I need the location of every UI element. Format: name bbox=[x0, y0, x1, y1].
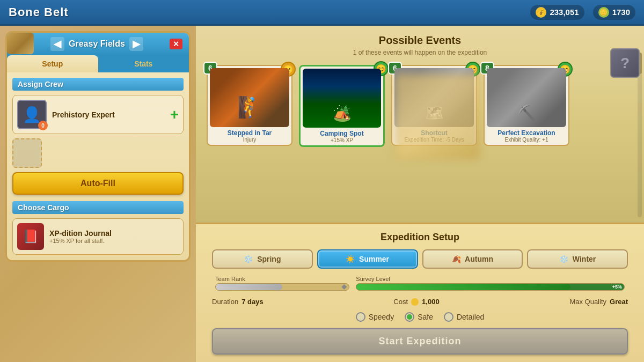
season-summer[interactable]: ☀️ Summer bbox=[317, 249, 418, 269]
currency-display: 💰 233,051 🪙 1730 bbox=[530, 5, 635, 20]
gold-currency: 💰 233,051 bbox=[530, 5, 584, 20]
event-name-2: Camping Spot bbox=[303, 130, 381, 137]
winter-icon: ❄️ bbox=[559, 255, 568, 263]
stat-team-rank-label: Team Rank bbox=[215, 276, 349, 282]
nav-next-arrow[interactable]: ▶ bbox=[129, 37, 143, 51]
metrics-row: Duration 7 days Cost 1,000 Max Quality G… bbox=[212, 295, 628, 308]
location-thumb-image bbox=[7, 33, 34, 54]
speed-detailed[interactable]: Detailed bbox=[444, 312, 484, 322]
metric-cost: Cost 1,000 bbox=[393, 298, 439, 306]
start-expedition-button[interactable]: Start Expedition bbox=[212, 328, 628, 354]
radio-safe bbox=[405, 312, 414, 322]
stat-survey-track: +5% bbox=[356, 283, 625, 291]
choose-cargo-header: Choose Cargo bbox=[12, 201, 184, 214]
token-value: 1730 bbox=[612, 8, 630, 17]
location-close-button[interactable]: ✕ bbox=[170, 39, 182, 49]
cargo-name: XP-dition Journal bbox=[49, 229, 112, 238]
season-autumn[interactable]: 🍂 Autumn bbox=[422, 249, 523, 269]
duration-value: 7 days bbox=[241, 298, 263, 306]
speed-speedy-label: Speedy bbox=[369, 313, 394, 321]
events-title: Possible Events bbox=[207, 34, 633, 47]
location-nav: ◀ Greasy Fields ▶ bbox=[13, 37, 170, 51]
setup-title: Expedition Setup bbox=[212, 232, 628, 243]
season-winter[interactable]: ❄️ Winter bbox=[527, 249, 628, 269]
location-thumbnail bbox=[7, 33, 34, 54]
nav-prev-arrow[interactable]: ◀ bbox=[50, 37, 64, 51]
gold-value: 233,051 bbox=[550, 8, 579, 17]
event-desc-4: Exhibit Quality: +1 bbox=[487, 137, 566, 143]
radio-detailed bbox=[444, 312, 453, 322]
top-bar: Bone Belt 💰 233,051 🪙 1730 bbox=[0, 0, 644, 26]
stat-survey-fill bbox=[356, 284, 570, 290]
quality-value: Great bbox=[610, 298, 628, 306]
crew-name: Prehistory Expert bbox=[52, 110, 115, 119]
autumn-icon: 🍂 bbox=[452, 255, 461, 263]
event-image-camping: 🏕️ bbox=[303, 69, 381, 128]
stat-team-rank-fill bbox=[216, 284, 282, 290]
stat-team-rank-track bbox=[215, 283, 349, 291]
speed-options-row: Speedy Safe Detailed bbox=[212, 312, 628, 322]
metric-quality: Max Quality Great bbox=[569, 298, 628, 306]
location-header: ◀ Greasy Fields ▶ ✕ bbox=[7, 33, 189, 55]
stats-bars-row: Team Rank Survey Level +5% bbox=[212, 274, 628, 292]
tab-setup[interactable]: Setup bbox=[7, 55, 98, 72]
question-mark-icon: ? bbox=[620, 55, 630, 72]
duration-label: Duration bbox=[212, 298, 238, 306]
assign-crew-header: Assign Crew bbox=[12, 78, 184, 91]
stat-survey-label: Survey Level bbox=[356, 276, 625, 282]
stat-survey-pct: +5% bbox=[612, 284, 622, 290]
summer-icon: ☀️ bbox=[346, 255, 355, 263]
cost-label: Cost bbox=[393, 298, 408, 306]
setup-section: Expedition Setup ❄️ Spring ☀️ Summer 🍂 A… bbox=[196, 223, 644, 362]
stat-team-rank-diamond bbox=[341, 284, 347, 290]
metric-duration: Duration 7 days bbox=[212, 298, 264, 306]
speed-safe[interactable]: Safe bbox=[405, 312, 433, 322]
gold-icon: 💰 bbox=[536, 7, 546, 18]
left-panel: ◀ Greasy Fields ▶ ✕ Setup Stats Assign C… bbox=[0, 26, 196, 362]
speed-safe-label: Safe bbox=[418, 313, 433, 321]
blurred-card bbox=[394, 74, 480, 160]
location-name: Greasy Fields bbox=[69, 39, 125, 49]
crew-empty-slot-1[interactable] bbox=[12, 138, 42, 168]
spring-icon: ❄️ bbox=[244, 255, 253, 263]
panel-card: ◀ Greasy Fields ▶ ✕ Setup Stats Assign C… bbox=[5, 31, 191, 262]
quality-label: Max Quality bbox=[569, 298, 606, 306]
token-icon: 🪙 bbox=[598, 7, 609, 18]
event-name-1: Stepped in Tar bbox=[210, 129, 289, 137]
page-title: Bone Belt bbox=[9, 5, 69, 19]
event-name-4: Perfect Excavation bbox=[487, 129, 566, 137]
avatar-icon: 👤 bbox=[23, 106, 41, 123]
cargo-item: 📕 XP-dition Journal +15% XP for all staf… bbox=[12, 218, 184, 255]
tab-stats[interactable]: Stats bbox=[98, 55, 189, 72]
event-image-tar: 🧗 bbox=[210, 68, 289, 127]
cost-value: 1,000 bbox=[422, 298, 440, 306]
crew-level-badge: 0 bbox=[38, 121, 48, 130]
event-card-excavation[interactable]: 8 😊 ⛏️ Perfect Excavation Exhibit Qualit… bbox=[484, 65, 569, 146]
tabs-row: Setup Stats bbox=[7, 55, 189, 72]
crew-avatar: 👤 0 bbox=[17, 100, 47, 129]
panel-content: Assign Crew 👤 0 Prehistory Expert + Auto… bbox=[7, 72, 189, 260]
speed-detailed-label: Detailed bbox=[457, 313, 484, 321]
season-row: ❄️ Spring ☀️ Summer 🍂 Autumn ❄️ Winter bbox=[212, 249, 628, 269]
cost-icon bbox=[411, 298, 419, 306]
cargo-info: XP-dition Journal +15% XP for all staff. bbox=[49, 229, 112, 244]
radio-speedy bbox=[356, 312, 365, 322]
event-image-excavation: ⛏️ bbox=[487, 68, 566, 127]
crew-add-button[interactable]: + bbox=[170, 106, 179, 123]
speed-speedy[interactable]: Speedy bbox=[356, 312, 394, 322]
autofill-button[interactable]: Auto-Fill bbox=[12, 172, 184, 195]
token-currency: 🪙 1730 bbox=[593, 5, 635, 20]
events-subtitle: 1 of these events will happen on the exp… bbox=[207, 49, 633, 56]
crew-slot: 👤 0 Prehistory Expert + bbox=[12, 95, 184, 134]
event-card-camping[interactable]: 😊 🏕️ Camping Spot +15% XP bbox=[299, 65, 385, 147]
events-section: Possible Events 1 of these events will h… bbox=[196, 26, 644, 223]
main-area: Possible Events 1 of these events will h… bbox=[196, 26, 644, 362]
season-spring[interactable]: ❄️ Spring bbox=[212, 249, 313, 269]
cargo-desc: +15% XP for all staff. bbox=[49, 238, 112, 244]
stat-survey-level: Survey Level +5% bbox=[353, 274, 628, 292]
radio-safe-fill bbox=[407, 314, 412, 320]
cargo-icon: 📕 bbox=[17, 223, 44, 250]
stat-team-rank: Team Rank bbox=[212, 274, 353, 292]
question-mark-box: ? bbox=[610, 48, 640, 78]
event-card-tar[interactable]: 6 😐 🧗 Stepped in Tar Injury bbox=[207, 65, 292, 146]
